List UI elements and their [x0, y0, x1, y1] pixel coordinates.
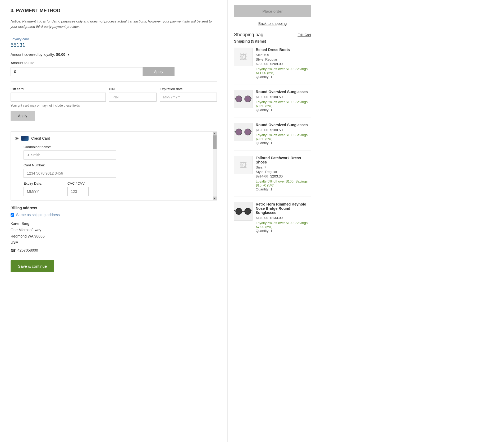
sidebar: Place order Back to shopping Shopping ba… — [227, 0, 317, 442]
svg-point-10 — [236, 208, 242, 215]
original-price: $190.00 — [256, 128, 268, 132]
loyalty-card-label: Loyalty card — [11, 37, 217, 41]
sale-price: $180.50 — [270, 95, 283, 99]
svg-point-11 — [245, 208, 251, 215]
pin-label: PIN — [109, 87, 157, 91]
divider-1 — [11, 81, 217, 82]
sunglasses-dark-svg — [234, 206, 252, 217]
phone-row: ☎ 4257058000 — [11, 247, 217, 254]
item-style: Style: Regular — [256, 170, 311, 174]
cvv-label: CVC / CVV: — [67, 181, 89, 185]
svg-line-13 — [234, 211, 236, 211]
svg-point-1 — [245, 96, 251, 102]
sale-price: $133.00 — [270, 216, 283, 220]
scrollbar-track: ▲ ▼ — [213, 132, 217, 200]
item-quantity: Quantity: 1 — [256, 187, 311, 191]
item-name: Retro Horn Rimmed Keyhole Nose Bridge Ro… — [256, 202, 311, 215]
scrollbar-arrow-down[interactable]: ▼ — [213, 197, 217, 200]
payment-scrollable: Credit Card Cardholder name: Card Number… — [11, 132, 217, 200]
original-price: $214.00 — [256, 174, 268, 178]
sale-price: $209.00 — [270, 62, 283, 66]
item-details: Round Oversized Sunglasses $190.00 $180.… — [256, 123, 311, 145]
cardholder-label: Cardholder name: — [24, 145, 211, 149]
place-order-button[interactable]: Place order — [234, 5, 311, 17]
payment-notice: Notice: Payment info is for demo purpose… — [11, 19, 217, 29]
pin-input[interactable] — [109, 93, 157, 102]
credit-card-option: Credit Card — [15, 136, 211, 141]
image-placeholder-icon: 🖼 — [240, 161, 247, 170]
original-price: $140.00 — [256, 216, 268, 220]
item-style: Style: Regular — [256, 57, 311, 61]
billing-name: Karen Berg — [11, 221, 217, 227]
item-details: Belted Dress Boots Size: 6.5 Style: Regu… — [256, 48, 311, 79]
expiry-label: Expiry Date: — [24, 181, 63, 185]
same-shipping-checkbox[interactable] — [11, 213, 14, 217]
svg-point-15 — [242, 211, 244, 212]
svg-line-14 — [251, 211, 252, 211]
gift-card-label: Gift card — [11, 87, 106, 91]
loyalty-savings: Loyalty 5% off over $100: Savings $10.70… — [256, 179, 311, 187]
amount-input[interactable] — [11, 67, 143, 76]
billing-country: USA — [11, 239, 217, 246]
price-row: $190.00 $180.50 — [256, 128, 311, 132]
billing-section: Billing address Same as shipping address… — [11, 206, 217, 254]
gift-card-section: Gift card PIN Expiration date Your gift … — [11, 87, 217, 121]
cardholder-input[interactable] — [24, 151, 116, 160]
item-quantity: Quantity: 1 — [256, 108, 311, 112]
item-image: 🖼 — [234, 48, 253, 66]
scrollbar-arrow-up[interactable]: ▲ — [213, 132, 217, 135]
same-shipping-row: Same as shipping address — [11, 213, 217, 217]
cart-item: Round Oversized Sunglasses $190.00 $180.… — [234, 123, 311, 151]
cvv-group: CVC / CVV: — [67, 181, 89, 196]
item-details: Tailored Patchwork Dress Shoes Size: 7 S… — [256, 156, 311, 191]
loyalty-section: Loyalty card 55131 Amount covered by loy… — [11, 37, 217, 76]
image-placeholder-icon: 🖼 — [240, 53, 247, 61]
card-number-input[interactable] — [24, 169, 116, 178]
gift-card-input[interactable] — [11, 93, 106, 102]
item-details: Retro Horn Rimmed Keyhole Nose Bridge Ro… — [256, 202, 311, 233]
cvv-input[interactable] — [67, 187, 89, 196]
credit-card-radio[interactable] — [15, 137, 19, 140]
item-quantity: Quantity: 1 — [256, 229, 311, 233]
price-row: $140.00 $133.00 — [256, 216, 311, 220]
gift-card-input-wrap: Gift card — [11, 87, 106, 102]
expiry-group: Expiry Date: — [24, 181, 63, 196]
credit-card-form: Cardholder name: Card Number: Expiry Dat… — [15, 145, 211, 196]
price-row: $214.00 $203.30 — [256, 174, 311, 178]
cart-items-list: 🖼 Belted Dress Boots Size: 6.5 Style: Re… — [234, 48, 311, 238]
address-block: Karen Berg One Microsoft way Redmond WA … — [11, 221, 217, 254]
item-image: 🖼 — [234, 156, 253, 174]
loyalty-apply-button[interactable]: Apply — [143, 67, 175, 76]
payment-method-section: ▲ ▼ Credit Card Cardholder name: Card — [11, 131, 217, 201]
cardholder-group: Cardholder name: — [24, 145, 211, 160]
item-image — [234, 90, 253, 108]
expiration-input[interactable] — [160, 93, 217, 102]
amount-row: Apply — [11, 67, 217, 76]
edit-cart-link[interactable]: Edit Cart — [297, 33, 311, 37]
save-continue-button[interactable]: Save & continue — [11, 260, 54, 272]
chevron-down-icon[interactable]: ▼ — [67, 53, 70, 56]
back-to-shopping-link[interactable]: Back to shopping — [258, 21, 287, 26]
gift-card-apply-button[interactable]: Apply — [11, 111, 35, 121]
original-price: $190.00 — [256, 95, 268, 99]
svg-point-0 — [236, 96, 242, 102]
cart-item: 🖼 Tailored Patchwork Dress Shoes Size: 7… — [234, 156, 311, 197]
card-number-label: Card Number: — [24, 163, 211, 167]
item-details: Round Oversized Sunglasses $190.00 $180.… — [256, 90, 311, 112]
cart-item: 🖼 Belted Dress Boots Size: 6.5 Style: Re… — [234, 48, 311, 84]
billing-title: Billing address — [11, 206, 217, 210]
sale-price: $180.50 — [270, 128, 283, 132]
gift-fields-row: Gift card PIN Expiration date — [11, 87, 217, 102]
svg-point-6 — [245, 129, 251, 135]
item-image — [234, 202, 253, 221]
expiry-input[interactable] — [24, 187, 63, 196]
amount-covered-value: $0.00 — [56, 52, 65, 57]
item-name: Belted Dress Boots — [256, 48, 311, 52]
item-size: Size: 7 — [256, 165, 311, 169]
back-to-shopping: Back to shopping — [234, 21, 311, 26]
expiration-label: Expiration date — [160, 87, 217, 91]
item-name: Round Oversized Sunglasses — [256, 123, 311, 127]
svg-line-3 — [234, 98, 236, 99]
expiration-input-wrap: Expiration date — [160, 87, 217, 102]
scrollbar-thumb[interactable] — [213, 135, 217, 149]
